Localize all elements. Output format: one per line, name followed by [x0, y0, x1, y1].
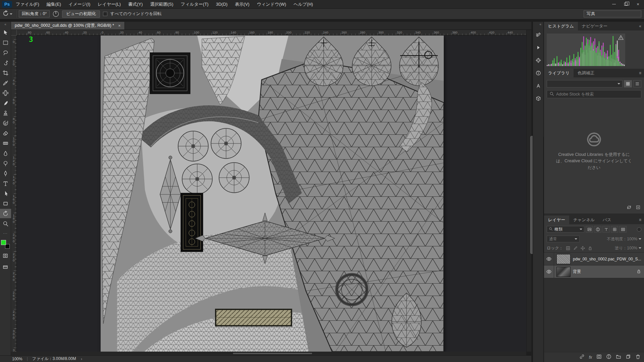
dock-expand-button[interactable]: «: [539, 22, 543, 27]
grid-view-button[interactable]: [624, 80, 632, 87]
menu-item[interactable]: 選択範囲(S): [147, 0, 177, 8]
chevron-right-icon[interactable]: ›: [81, 357, 82, 361]
tool-move[interactable]: [0, 28, 11, 37]
tool-rotate-view[interactable]: [0, 209, 11, 218]
delete-layer-button[interactable]: [635, 354, 641, 360]
panel-tab[interactable]: レイヤー: [544, 216, 569, 224]
menu-item[interactable]: 3D(D): [212, 0, 231, 8]
panel-menu-icon[interactable]: ≡: [636, 216, 644, 224]
dock-info[interactable]: [533, 68, 543, 78]
link-layers-button[interactable]: [579, 354, 585, 360]
menu-item[interactable]: ヘルプ(H): [290, 0, 317, 8]
search-input[interactable]: [556, 92, 639, 97]
edit-toolbar-button[interactable]: ···: [3, 232, 8, 235]
panel-menu-icon[interactable]: «: [636, 22, 644, 31]
layer-mask-button[interactable]: [596, 354, 602, 360]
tool-lasso[interactable]: [0, 48, 11, 57]
canvas-viewport[interactable]: 3: [17, 36, 526, 352]
window-close-button[interactable]: ×: [632, 0, 644, 8]
tool-rect-marquee[interactable]: [0, 38, 11, 47]
lock-all-button[interactable]: [587, 245, 593, 251]
window-restore-button[interactable]: [620, 0, 632, 8]
tool-dodge[interactable]: [0, 159, 11, 168]
menu-item[interactable]: レイヤー(L): [94, 0, 124, 8]
color-swatches[interactable]: [1, 240, 10, 249]
workspace-selector[interactable]: 写真: [584, 10, 641, 17]
menu-item[interactable]: イメージ(I): [65, 0, 94, 8]
warning-icon[interactable]: [618, 35, 624, 40]
close-icon[interactable]: ×: [118, 23, 121, 28]
adjustment-layer-button[interactable]: [606, 354, 611, 360]
new-layer-button[interactable]: [626, 354, 631, 360]
panel-menu-icon[interactable]: ≡: [636, 69, 644, 77]
filter-pixel-button[interactable]: [586, 226, 593, 233]
menu-item[interactable]: 書式(Y): [124, 0, 146, 8]
library-search-box[interactable]: [547, 90, 641, 98]
filter-toggle[interactable]: [637, 227, 641, 232]
tool-eyedropper[interactable]: [0, 78, 11, 87]
document-tab[interactable]: pdw_00_sho_0002_cull.dds @ 100% (背景, RGB…: [11, 22, 125, 29]
rotation-dial[interactable]: [53, 11, 59, 17]
layer-row[interactable]: pdw_00_sho_0002.pac_PDW_00_S...: [544, 253, 644, 265]
opacity-field[interactable]: 不透明度：100%: [607, 236, 641, 242]
toolbar-collapse-button[interactable]: «: [4, 22, 6, 27]
rotate-all-windows-checkbox[interactable]: [103, 12, 107, 16]
horizontal-scrollbar-thumb[interactable]: [232, 352, 313, 355]
panel-tab[interactable]: ライブラリ: [544, 69, 574, 77]
dock-clone-source[interactable]: [533, 55, 543, 65]
panel-tab[interactable]: ヒストグラム: [544, 22, 578, 31]
vertical-scrollbar[interactable]: [526, 30, 531, 352]
tool-spot-healing[interactable]: [0, 88, 11, 98]
tool-crop[interactable]: [0, 68, 11, 77]
blend-mode-dropdown[interactable]: 通常: [547, 236, 580, 242]
dock-3d[interactable]: [533, 94, 543, 104]
zoom-level[interactable]: 100%: [12, 357, 22, 361]
filter-adjustment-button[interactable]: [594, 226, 601, 233]
screen-mode-button[interactable]: [0, 263, 11, 272]
menu-item[interactable]: フィルター(T): [177, 0, 212, 8]
layer-filter-dropdown[interactable]: 種類: [547, 226, 584, 233]
tool-shape-rectangle[interactable]: [0, 199, 11, 208]
quick-mask-button[interactable]: [0, 251, 11, 260]
tool-zoom[interactable]: [0, 219, 11, 228]
dock-character[interactable]: [533, 81, 543, 91]
menu-item[interactable]: ウィンドウ(W): [253, 0, 290, 8]
layer-group-button[interactable]: [616, 354, 621, 360]
library-select-dropdown[interactable]: [547, 80, 623, 87]
list-view-button[interactable]: [633, 80, 641, 87]
library-new-library[interactable]: [636, 205, 641, 211]
tool-quick-select[interactable]: [0, 58, 11, 67]
menu-item[interactable]: ファイル(F): [12, 0, 43, 8]
fill-field[interactable]: 塗り：100%: [615, 245, 641, 251]
lock-pixels-button[interactable]: [573, 245, 579, 251]
lock-position-button[interactable]: [580, 245, 586, 251]
filter-type-button[interactable]: [602, 226, 610, 233]
current-tool-button[interactable]: [3, 10, 12, 17]
tool-blur[interactable]: [0, 148, 11, 158]
tool-pen[interactable]: [0, 169, 11, 178]
layer-style-button[interactable]: fx: [589, 355, 592, 360]
tool-eraser[interactable]: [0, 128, 11, 138]
filter-smart-button[interactable]: [619, 226, 627, 233]
visibility-toggle[interactable]: [544, 265, 554, 278]
dock-brush-settings[interactable]: [533, 30, 543, 40]
horizontal-scrollbar[interactable]: [11, 352, 526, 355]
filter-shape-button[interactable]: [611, 226, 618, 233]
tool-clone-stamp[interactable]: [0, 108, 11, 118]
tool-history-brush[interactable]: [0, 118, 11, 128]
layer-row[interactable]: 背景: [544, 265, 644, 278]
tool-brush[interactable]: [0, 98, 11, 108]
dock-actions[interactable]: [533, 43, 543, 53]
panel-tab[interactable]: ナビゲーター: [578, 22, 611, 31]
panel-tab[interactable]: 色調補正: [574, 69, 598, 77]
document-canvas[interactable]: [101, 36, 444, 352]
lock-transparent-button[interactable]: [565, 245, 571, 251]
library-cc-sync[interactable]: [627, 205, 632, 211]
menu-item[interactable]: 表示(V): [231, 0, 253, 8]
visibility-toggle[interactable]: [544, 253, 554, 265]
foreground-color-swatch[interactable]: [1, 240, 6, 245]
tool-gradient[interactable]: [0, 138, 11, 148]
tool-path-select[interactable]: [0, 189, 11, 198]
rotation-angle-field[interactable]: 回転角度：0°: [19, 10, 50, 17]
menu-item[interactable]: 編集(E): [43, 0, 65, 8]
